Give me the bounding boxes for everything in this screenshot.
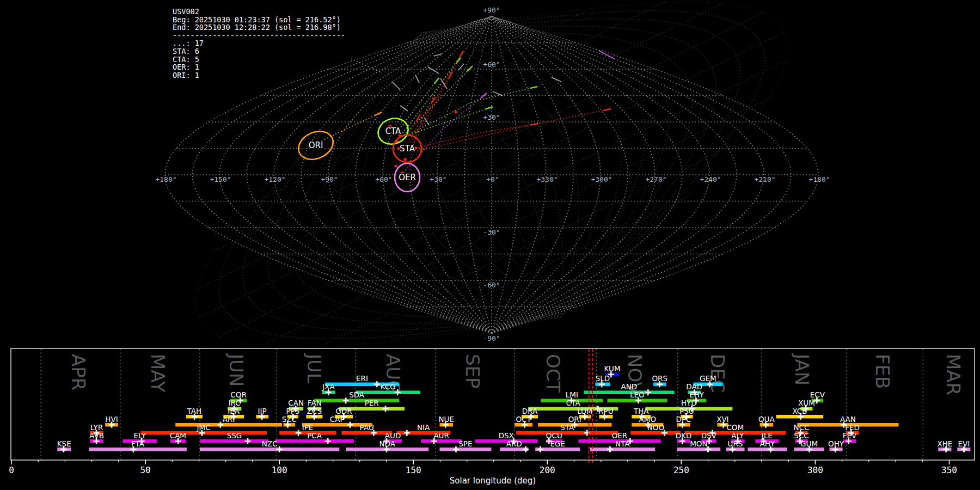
shower-code-label: ARD bbox=[506, 439, 522, 448]
latitude-label: +90° bbox=[483, 6, 500, 14]
shower-code-label: COM bbox=[726, 423, 744, 432]
shower-code-label: DKD bbox=[676, 431, 692, 440]
meteor-trail-head bbox=[431, 97, 435, 103]
shower-code-label: EGE bbox=[550, 439, 565, 448]
peak-marker bbox=[296, 430, 302, 436]
shower-row-ege: EGE bbox=[535, 439, 580, 452]
latitude-label: -30° bbox=[483, 228, 500, 236]
shower-activity-bar bbox=[630, 431, 681, 435]
longitude-label: +150° bbox=[210, 175, 231, 183]
shower-row-tah: TAH bbox=[186, 407, 203, 420]
meteor-trail bbox=[409, 107, 493, 134]
longitude-label: +240° bbox=[700, 175, 721, 183]
shower-code-label: DPC bbox=[676, 415, 691, 424]
peak-marker bbox=[537, 446, 543, 452]
shower-code-label: SSG bbox=[227, 431, 242, 440]
shower-code-label: XCB bbox=[792, 407, 807, 415]
longitude-label: +180° bbox=[808, 175, 830, 183]
shower-code-label: SZC bbox=[282, 415, 297, 424]
shower-code-label: SPE bbox=[458, 439, 472, 448]
latitude-label: +30° bbox=[483, 113, 500, 121]
shower-activity-timeline: Solar longitude (deg) APRMAYJUNJULAUGSEP… bbox=[0, 346, 980, 490]
longitude-label: +120° bbox=[264, 175, 285, 183]
shower-row-rpu: RPU bbox=[598, 407, 613, 420]
meteor-trail bbox=[412, 87, 537, 133]
meteor-monitor-screen: +90°+60°+30°-30°-60°-90°+180°+150°+120°+… bbox=[0, 0, 980, 490]
shower-code-label: RPU bbox=[598, 407, 613, 415]
shower-code-label: ARI bbox=[223, 415, 235, 424]
meteor-trail bbox=[412, 71, 452, 146]
radiant-label-sta: STA bbox=[400, 144, 415, 154]
axis-tick-label: 150 bbox=[406, 465, 421, 475]
shower-code-label: GEM bbox=[700, 374, 716, 383]
peak-marker bbox=[404, 430, 410, 436]
longitude-label: +180° bbox=[155, 175, 176, 183]
meteor-trail bbox=[392, 82, 400, 90]
month-label: SEP bbox=[462, 354, 483, 389]
shower-code-label: LEO bbox=[630, 390, 645, 399]
peak-marker bbox=[383, 406, 389, 412]
month-label: FEB bbox=[872, 354, 893, 389]
shower-code-label: URS bbox=[728, 439, 743, 448]
shower-code-label: SLD bbox=[596, 374, 610, 383]
shower-activity-bar bbox=[584, 391, 674, 395]
meteor-trail-head bbox=[603, 109, 611, 111]
shower-activity-bar bbox=[200, 448, 339, 451]
radiant-label-ori: ORI bbox=[309, 140, 323, 150]
info-line: USV002 bbox=[173, 8, 345, 16]
shower-code-label: AHY bbox=[760, 439, 775, 448]
shower-row-szc: SZC bbox=[282, 415, 297, 428]
shower-code-label: OHY bbox=[828, 439, 844, 448]
shower-row-jxa: JXA bbox=[322, 382, 335, 395]
shower-activity-bar bbox=[175, 423, 282, 427]
shower-row-evi: EVI bbox=[957, 439, 970, 452]
shower-code-label: AUR bbox=[433, 431, 449, 440]
longitude-label: +270° bbox=[645, 175, 666, 183]
longitude-label: +90° bbox=[321, 175, 338, 183]
longitude-label: +210° bbox=[754, 175, 775, 183]
x-axis-title: Solar longitude (deg) bbox=[450, 476, 536, 486]
longitude-label: +30° bbox=[430, 175, 446, 183]
shower-code-label: JLE bbox=[761, 431, 773, 440]
shower-code-label: ERI bbox=[356, 374, 368, 383]
shower-code-label: JMC bbox=[197, 423, 211, 432]
shower-row-dkd: DKD bbox=[676, 431, 692, 444]
shower-code-label: PAU bbox=[360, 423, 374, 432]
shower-code-label: KUM bbox=[604, 364, 621, 373]
shower-code-label: OER bbox=[612, 431, 628, 440]
shower-activity-bar bbox=[516, 431, 618, 435]
shower-code-label: COR bbox=[230, 390, 246, 399]
info-line: Beg: 20251030 01:23:37 (sol = 216.52°) bbox=[173, 16, 345, 24]
peak-marker bbox=[374, 381, 380, 387]
observation-info-block: USV002Beg: 20251030 01:23:37 (sol = 216.… bbox=[173, 8, 345, 79]
radiant-label-cta: CTA bbox=[385, 126, 401, 136]
shower-code-label: SCC bbox=[794, 431, 808, 440]
shower-activity-bar bbox=[748, 448, 787, 451]
longitude-label: +300° bbox=[591, 175, 612, 183]
month-label: JUN bbox=[225, 353, 247, 387]
axis-tick-label: 100 bbox=[272, 465, 287, 475]
shower-code-label: ECV bbox=[810, 390, 825, 399]
month-label: OCT bbox=[542, 354, 564, 393]
shower-activity-bar bbox=[421, 439, 462, 443]
info-line: End: 20251030 12:28:22 (sol = 216.98°) bbox=[173, 23, 345, 32]
peak-marker bbox=[325, 438, 331, 444]
peak-marker bbox=[523, 446, 529, 452]
shower-row-zcs: ZCS bbox=[306, 407, 322, 420]
longitude-label: +60° bbox=[375, 175, 392, 183]
radiant-label-oer: OER bbox=[399, 173, 416, 182]
shower-code-label: IPE bbox=[302, 423, 314, 432]
shower-row-ohy: OHY bbox=[828, 439, 844, 452]
info-line: STA: 6 bbox=[173, 47, 345, 56]
shower-code-label: QUA bbox=[758, 415, 775, 424]
axis-tick-label: 250 bbox=[673, 465, 689, 475]
shower-code-label: FED bbox=[845, 423, 860, 432]
radiant-sky-map: +90°+60°+30°-30°-60°-90°+180°+150°+120°+… bbox=[0, 0, 980, 346]
radiant-point-marker: ✱ bbox=[454, 108, 458, 115]
axis-tick-label: 50 bbox=[140, 465, 150, 475]
axis-tick-label: 0 bbox=[9, 465, 14, 475]
shower-code-label: NOO bbox=[647, 423, 664, 432]
shower-row-fev: FEV bbox=[843, 431, 857, 444]
month-label: JAN bbox=[791, 353, 813, 385]
shower-activity-bar bbox=[314, 399, 399, 403]
